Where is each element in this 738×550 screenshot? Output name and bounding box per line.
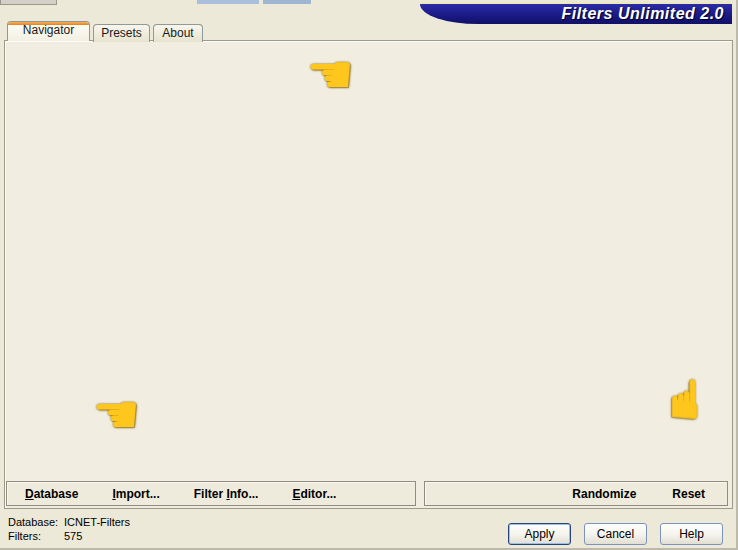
tab-about[interactable]: About (153, 24, 203, 42)
navigator-tab-panel (4, 40, 733, 509)
status-filters-value: 575 (64, 530, 82, 542)
tab-label: Navigator (23, 23, 74, 37)
randomize-button[interactable]: Randomize (572, 487, 636, 501)
database-button[interactable]: Database (25, 487, 78, 501)
tab-presets[interactable]: Presets (93, 24, 150, 42)
import-button[interactable]: Import... (112, 487, 159, 501)
status-filters: Filters:575 (8, 530, 82, 542)
tab-navigator[interactable]: Navigator (7, 21, 90, 41)
apply-button[interactable]: Apply (508, 523, 571, 545)
reset-button[interactable]: Reset (672, 487, 705, 501)
status-database-label: Database: (8, 516, 64, 528)
app-title: Filters Unlimited 2.0 (561, 5, 724, 23)
help-button[interactable]: Help (660, 523, 723, 545)
tab-label: About (162, 26, 193, 40)
toolbar-left: Database Import... Filter Info... Editor… (6, 481, 416, 506)
app-title-banner: Filters Unlimited 2.0 (420, 2, 732, 24)
background-window-fragment (263, 0, 311, 4)
tab-label: Presets (101, 26, 142, 40)
status-database: Database:ICNET-Filters (8, 516, 130, 528)
editor-button[interactable]: Editor... (292, 487, 336, 501)
status-filters-label: Filters: (8, 530, 64, 542)
background-window-fragment (0, 0, 57, 5)
cancel-button[interactable]: Cancel (584, 523, 647, 545)
toolbar-right: Randomize Reset (424, 481, 728, 506)
filter-info-button[interactable]: Filter Info... (194, 487, 259, 501)
status-database-value: ICNET-Filters (64, 516, 130, 528)
background-window-fragment (197, 0, 259, 4)
filters-unlimited-dialog: Filters Unlimited 2.0 Navigator Presets … (0, 0, 738, 550)
